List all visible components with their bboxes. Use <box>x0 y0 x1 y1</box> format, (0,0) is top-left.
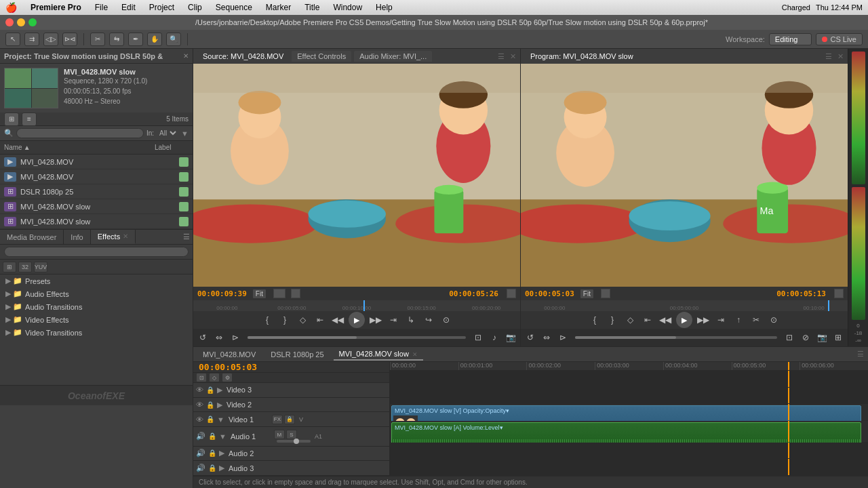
track-v1-fx[interactable]: FX <box>272 415 283 424</box>
tool-rolling[interactable]: ⊳⊲ <box>62 33 77 46</box>
track-a1-s[interactable]: S <box>286 430 297 439</box>
track-collapse-a1[interactable]: ▼ <box>219 432 226 441</box>
track-lock-v3[interactable]: 🔒 <box>206 386 214 394</box>
minimize-button[interactable] <box>17 18 25 26</box>
track-row-v1[interactable]: MVI_0428.MOV slow [V] Opacity:Opacity▾ <box>390 404 868 421</box>
tab-info[interactable]: Info <box>64 230 90 244</box>
track-collapse-v3[interactable]: ▶ <box>217 386 222 394</box>
program-settings-2[interactable] <box>834 289 844 298</box>
tool-razor[interactable]: ✂ <box>90 33 105 46</box>
source-settings-2[interactable] <box>507 289 516 298</box>
project-list-view[interactable]: ≡ <box>22 113 37 126</box>
program-trim-in[interactable]: ⊳ <box>556 331 570 344</box>
source-play[interactable]: ▶ <box>349 312 365 328</box>
program-fit-dropdown[interactable]: Fit <box>580 289 594 299</box>
menu-title[interactable]: Title <box>302 3 322 12</box>
list-item[interactable]: ⊞ MVI_0428.MOV slow <box>0 214 193 229</box>
list-item[interactable]: ▶ MVI_0428.MOV <box>0 169 193 184</box>
apple-menu[interactable]: 🍎 <box>5 2 17 13</box>
source-add-audio[interactable]: ♪ <box>488 331 501 344</box>
tool-hand[interactable]: ✋ <box>147 33 162 46</box>
list-item[interactable]: ▶ MVI_0428.MOV <box>0 155 193 169</box>
program-add-marker[interactable]: ◇ <box>623 313 637 327</box>
source-add-marker[interactable]: ◇ <box>296 313 309 327</box>
source-timecode-left[interactable]: 00:00:09:39 <box>197 289 247 298</box>
source-jog-bar[interactable] <box>248 336 466 339</box>
source-overwrite[interactable]: ↪ <box>422 313 435 327</box>
fullscreen-button[interactable] <box>28 18 37 26</box>
tool-zoom[interactable]: 🔍 <box>166 33 181 46</box>
track-lock-v2[interactable]: 🔒 <box>206 401 214 409</box>
tool-slip[interactable]: ⇆ <box>109 33 124 46</box>
effects-audio-transitions[interactable]: ▶ 📁 Audio Transitions <box>0 300 193 313</box>
window-controls[interactable] <box>5 18 37 26</box>
source-loop[interactable]: ↺ <box>196 331 210 344</box>
source-mark-out[interactable]: } <box>278 313 292 327</box>
menu-clip[interactable]: Clip <box>185 3 205 12</box>
source-trim-in[interactable]: ⊳ <box>229 331 242 344</box>
track-collapse-v1[interactable]: ▼ <box>217 415 224 424</box>
track-row-a3[interactable] <box>390 459 868 476</box>
track-row-v3[interactable] <box>390 371 868 388</box>
timeline-tab-close[interactable]: ✕ <box>412 351 418 358</box>
program-mark-in[interactable]: { <box>588 313 601 327</box>
source-go-in[interactable]: ⇤ <box>313 313 327 327</box>
track-row-a2[interactable] <box>390 443 868 460</box>
tab-media-browser[interactable]: Media Browser <box>0 230 64 244</box>
source-step-fwd[interactable]: ▶▶ <box>369 313 382 327</box>
track-eye-a3[interactable]: 🔊 <box>196 464 205 472</box>
program-loop[interactable]: ↺ <box>524 331 537 344</box>
program-export[interactable]: 📷 <box>815 331 829 344</box>
source-go-out[interactable]: ⇥ <box>387 313 400 327</box>
source-drag-video[interactable]: ⊙ <box>439 313 453 327</box>
program-scrub[interactable]: 00:00:00 00:05:00:00 00:10:00 <box>521 300 848 311</box>
tool-ripple[interactable]: ◁▷ <box>43 33 58 46</box>
menu-marker[interactable]: Marker <box>263 3 294 12</box>
program-play[interactable]: ▶ <box>676 312 692 328</box>
track-a1-m[interactable]: M <box>274 430 285 439</box>
program-tab[interactable]: Program: MVI_0428.MOV slow <box>525 51 639 62</box>
track-lock-a2[interactable]: 🔒 <box>208 449 216 457</box>
effects-btn-3[interactable]: YUV <box>34 262 47 272</box>
workspace-dropdown[interactable]: Editing <box>769 33 812 45</box>
effects-tab-close[interactable]: ✕ <box>123 232 128 240</box>
source-insert[interactable]: ↳ <box>404 313 418 327</box>
timeline-panel-menu[interactable]: ☰ <box>857 350 864 359</box>
timeline-timecode[interactable]: 00:00:05:03 <box>193 362 389 373</box>
effects-btn-2[interactable]: 32 <box>18 262 32 272</box>
menu-file[interactable]: File <box>92 3 111 12</box>
program-go-out[interactable]: ⇥ <box>714 313 728 327</box>
menu-project[interactable]: Project <box>146 3 177 12</box>
program-lift[interactable]: ↑ <box>732 313 745 327</box>
program-mark-out[interactable]: } <box>606 313 619 327</box>
tab-effects[interactable]: Effects ✕ <box>91 230 136 244</box>
panel-menu-icon[interactable]: ☰ <box>180 232 193 241</box>
effects-search-input[interactable] <box>4 247 189 257</box>
timeline-ruler[interactable]: 00:00:00 00:00:01:00 00:00:02:00 00:00:0… <box>390 362 868 371</box>
track-row-a1[interactable]: MVI_0428.MOV slow [A] Volume:Level▾ <box>390 421 868 443</box>
timeline-settings[interactable]: ⚙ <box>222 373 233 382</box>
track-eye-v2[interactable]: 👁 <box>196 401 203 409</box>
source-shuttle[interactable]: ⇔ <box>212 331 226 344</box>
effects-presets[interactable]: ▶ 📁 Presets <box>0 274 193 287</box>
source-export[interactable]: 📷 <box>504 331 517 344</box>
source-safe-margins[interactable]: ⊡ <box>471 331 485 344</box>
timeline-tab-2[interactable]: DSLR 1080p 25 <box>265 349 329 360</box>
project-icon-view[interactable]: ⊞ <box>4 113 19 126</box>
sort-icon[interactable]: ▲ <box>24 144 31 151</box>
close-button[interactable] <box>5 18 14 26</box>
effects-btn-1[interactable]: ⊞ <box>3 262 16 272</box>
menu-window[interactable]: Window <box>330 3 365 12</box>
timeline-snap[interactable]: ⊡ <box>196 373 207 382</box>
track-lock-v1[interactable]: 🔒 <box>206 415 214 423</box>
cs-live-button[interactable]: CS Live <box>816 33 863 45</box>
tool-selection[interactable]: ↖ <box>5 33 20 46</box>
menu-edit[interactable]: Edit <box>119 3 138 12</box>
source-scrub[interactable]: 00:00:00 00:00:05:00 00:00:10:00 00:00:1… <box>193 300 520 311</box>
program-safe-margins[interactable]: ⊡ <box>783 331 796 344</box>
source-fit-dropdown[interactable]: Fit <box>252 289 267 299</box>
program-panel-close[interactable]: ✕ <box>837 52 844 61</box>
source-step-back[interactable]: ◀◀ <box>331 313 344 327</box>
program-step-fwd[interactable]: ▶▶ <box>696 313 710 327</box>
track-eye-a2[interactable]: 🔊 <box>196 449 205 458</box>
